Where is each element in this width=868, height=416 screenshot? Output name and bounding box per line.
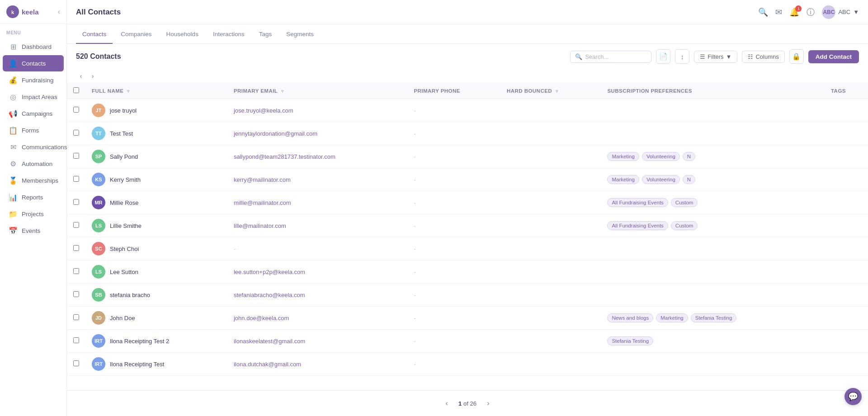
select-all-checkbox[interactable] <box>73 87 79 93</box>
row-checkbox-cell[interactable] <box>67 260 85 284</box>
contact-email[interactable]: jennytaylordonation@gmail.com <box>234 130 317 137</box>
row-checkbox[interactable] <box>73 153 79 159</box>
contact-email[interactable]: jose.truyol@keela.com <box>234 107 293 114</box>
sidebar-item-automation[interactable]: ⚙ Automation <box>3 156 64 172</box>
logo[interactable]: k keela <box>6 5 39 18</box>
name-cell[interactable]: SP Sally Pond <box>85 145 227 168</box>
hard-bounced-sort-icon[interactable]: ▿ <box>556 89 558 94</box>
contact-email[interactable]: john.doe@keela.com <box>234 315 289 321</box>
tab-tags[interactable]: Tags <box>253 24 278 44</box>
email-cell[interactable]: john.doe@keela.com <box>227 307 407 330</box>
email-cell[interactable]: millie@mailinator.com <box>227 191 407 214</box>
row-checkbox[interactable] <box>73 199 79 205</box>
contact-email[interactable]: lille@mailinator.com <box>234 222 286 229</box>
row-checkbox[interactable] <box>73 314 79 320</box>
email-cell[interactable]: lille@mailinator.com <box>227 214 407 237</box>
name-cell[interactable]: KS Kerry Smith <box>85 168 227 191</box>
contact-email[interactable]: stefaniabracho@keela.com <box>234 292 305 298</box>
row-checkbox-cell[interactable] <box>67 191 85 214</box>
add-contact-button[interactable]: Add Contact <box>808 50 859 63</box>
search-input[interactable] <box>585 53 646 60</box>
contact-email[interactable]: ilona.dutchak@gmail.com <box>234 361 301 368</box>
email-sort-icon[interactable]: ▿ <box>281 89 283 94</box>
row-checkbox[interactable] <box>73 176 79 182</box>
email-cell[interactable]: stefaniabracho@keela.com <box>227 284 407 307</box>
row-checkbox[interactable] <box>73 222 79 228</box>
row-checkbox-cell[interactable] <box>67 168 85 191</box>
sidebar-item-forms[interactable]: 📋 Forms <box>3 122 64 138</box>
tab-households[interactable]: Households <box>160 24 205 44</box>
columns-button[interactable]: ☷ Columns <box>742 51 784 63</box>
row-checkbox[interactable] <box>73 291 79 297</box>
next-page-button[interactable]: › <box>482 397 495 410</box>
sidebar-item-dashboard[interactable]: ⊞ Dashboard <box>3 38 64 55</box>
row-checkbox[interactable] <box>73 268 79 274</box>
row-checkbox-cell[interactable] <box>67 237 85 260</box>
export-button[interactable]: 📄 <box>656 49 670 64</box>
row-checkbox-cell[interactable] <box>67 284 85 307</box>
nav-back-arrow[interactable]: ‹ <box>76 71 86 81</box>
prev-page-button[interactable]: ‹ <box>440 397 453 410</box>
contact-email[interactable]: kerry@mailinator.com <box>234 176 291 183</box>
mail-icon[interactable]: ✉ <box>775 7 782 17</box>
email-cell[interactable]: jennytaylordonation@gmail.com <box>227 122 407 145</box>
sidebar-item-fundraising[interactable]: 💰 Fundraising <box>3 72 64 88</box>
email-cell[interactable]: jose.truyol@keela.com <box>227 99 407 122</box>
contact-email[interactable]: lee.sutton+p2p@keela.com <box>234 269 305 275</box>
row-checkbox-cell[interactable] <box>67 330 85 353</box>
sidebar-item-events[interactable]: 📅 Events <box>3 222 64 239</box>
tab-companies[interactable]: Companies <box>114 24 158 44</box>
sidebar-item-reports[interactable]: 📊 Reports <box>3 189 64 205</box>
email-cell[interactable]: - <box>227 237 407 260</box>
sidebar-item-impact-areas[interactable]: ◎ Impact Areas <box>3 89 64 105</box>
email-cell[interactable]: ilona.dutchak@gmail.com <box>227 353 407 376</box>
lock-button[interactable]: 🔒 <box>789 49 804 64</box>
sidebar-item-projects[interactable]: 📁 Projects <box>3 206 64 222</box>
help-icon[interactable]: ⓘ <box>807 7 815 18</box>
name-cell[interactable]: IRT Ilona Receipting Test 2 <box>85 330 227 353</box>
name-cell[interactable]: LS Lee Sutton <box>85 260 227 284</box>
name-cell[interactable]: LS Lillie Smithe <box>85 214 227 237</box>
contact-email[interactable]: sallypond@team281737.testinator.com <box>234 153 335 160</box>
row-checkbox-cell[interactable] <box>67 307 85 330</box>
contact-email[interactable]: millie@mailinator.com <box>234 199 291 206</box>
tab-interactions[interactable]: Interactions <box>207 24 251 44</box>
email-cell[interactable]: ilonaskeelatest@gmail.com <box>227 330 407 353</box>
name-cell[interactable]: JT jose truyol <box>85 99 227 122</box>
name-cell[interactable]: SB stefania bracho <box>85 284 227 307</box>
sidebar-item-communications[interactable]: ✉ Communications <box>3 139 64 155</box>
name-cell[interactable]: JD John Doe <box>85 307 227 330</box>
row-checkbox-cell[interactable] <box>67 353 85 376</box>
select-all-header[interactable] <box>67 83 85 99</box>
email-cell[interactable]: lee.sutton+p2p@keela.com <box>227 260 407 284</box>
nav-forward-arrow[interactable]: › <box>88 71 98 81</box>
tab-contacts[interactable]: Contacts <box>76 24 113 44</box>
tab-segments[interactable]: Segments <box>280 24 320 44</box>
row-checkbox[interactable] <box>73 245 79 251</box>
row-checkbox[interactable] <box>73 337 79 343</box>
sidebar-item-campaigns[interactable]: 📢 Campaigns <box>3 105 64 122</box>
row-checkbox-cell[interactable] <box>67 145 85 168</box>
user-menu[interactable]: ABC ABC ▼ <box>822 5 859 19</box>
search-icon[interactable]: 🔍 <box>758 7 768 17</box>
sidebar-item-memberships[interactable]: 🏅 Memberships <box>3 172 64 189</box>
name-cell[interactable]: SC Steph Choi <box>85 237 227 260</box>
sidebar-item-contacts[interactable]: 👤 Contacts <box>3 55 64 71</box>
email-cell[interactable]: kerry@mailinator.com <box>227 168 407 191</box>
chat-button[interactable]: 💬 <box>844 388 862 405</box>
contact-email[interactable]: ilonaskeelatest@gmail.com <box>234 338 305 345</box>
sidebar-collapse-button[interactable]: ‹ <box>58 8 60 16</box>
row-checkbox[interactable] <box>73 360 79 366</box>
email-cell[interactable]: sallypond@team281737.testinator.com <box>227 145 407 168</box>
name-cell[interactable]: IRT Ilona Receipting Test <box>85 353 227 376</box>
search-box[interactable]: 🔍 <box>570 51 651 63</box>
name-cell[interactable]: TT Test Test <box>85 122 227 145</box>
row-checkbox[interactable] <box>73 130 79 136</box>
row-checkbox-cell[interactable] <box>67 122 85 145</box>
name-cell[interactable]: MR Millie Rose <box>85 191 227 214</box>
filters-button[interactable]: ☰ Filters ▼ <box>694 51 737 63</box>
row-checkbox[interactable] <box>73 107 79 113</box>
notifications-icon[interactable]: 🔔 1 <box>789 7 799 17</box>
row-checkbox-cell[interactable] <box>67 99 85 122</box>
adjust-columns-button[interactable]: ↕ <box>675 49 689 64</box>
